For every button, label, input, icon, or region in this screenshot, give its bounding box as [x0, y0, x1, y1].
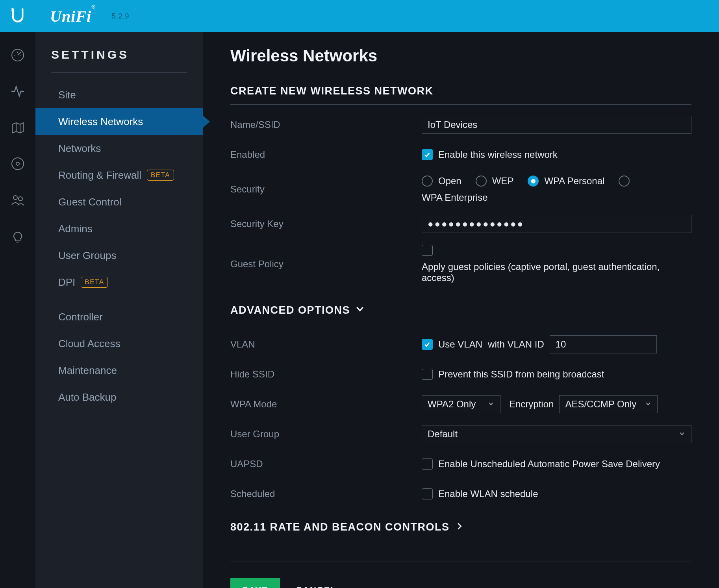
activity-icon[interactable]	[11, 84, 25, 98]
security-wpa-enterprise-radio[interactable]	[619, 176, 630, 187]
sidebar-item-dpi[interactable]: DPIBETA	[35, 269, 203, 296]
sidebar-item-label: Routing & Firewall	[58, 169, 141, 181]
map-icon[interactable]	[11, 120, 25, 135]
security-wpa-personal-label: WPA Personal	[544, 176, 604, 187]
main-content: Wireless Networks CREATE NEW WIRELESS NE…	[203, 32, 719, 588]
scheduled-checkbox[interactable]	[422, 488, 433, 499]
svg-line-3	[18, 52, 21, 55]
svg-point-1	[11, 10, 12, 11]
wpa-mode-select[interactable]: WPA2 Only	[422, 395, 500, 413]
security-key-input[interactable]	[422, 215, 691, 233]
uapsd-label: UAPSD	[230, 459, 422, 470]
enabled-checkbox[interactable]	[422, 149, 433, 160]
sidebar-item-label: Admins	[58, 223, 93, 235]
hide-ssid-label: Hide SSID	[230, 369, 422, 380]
sidebar-item-label: Guest Control	[58, 196, 121, 208]
chevron-right-icon	[455, 521, 464, 533]
vlan-text-b: with VLAN ID	[488, 339, 544, 350]
form-actions: SAVE CANCEL	[230, 578, 691, 588]
svg-point-0	[11, 8, 13, 9]
settings-sidebar: SETTINGS Site Wireless Networks Networks…	[35, 32, 203, 588]
sidebar-item-routing-firewall[interactable]: Routing & FirewallBETA	[35, 162, 203, 189]
settings-heading: SETTINGS	[51, 48, 187, 73]
guest-policy-label: Guest Policy	[230, 259, 422, 270]
sidebar-item-auto-backup[interactable]: Auto Backup	[35, 384, 203, 410]
section-rate-label: 802.11 RATE AND BEACON CONTROLS	[230, 521, 450, 533]
enabled-label: Enabled	[230, 149, 422, 160]
name-ssid-label: Name/SSID	[230, 119, 422, 130]
sidebar-item-admins[interactable]: Admins	[35, 215, 203, 242]
user-group-select[interactable]: Default	[422, 425, 691, 443]
chevron-down-icon	[678, 429, 686, 440]
section-advanced-heading[interactable]: ADVANCED OPTIONS	[230, 304, 691, 324]
create-network-form: Name/SSID Enabled Enable this wireless n…	[230, 116, 691, 283]
sidebar-item-maintenance[interactable]: Maintenance	[35, 357, 203, 384]
icon-rail	[0, 32, 35, 588]
brand-wordmark: UniFi®	[50, 7, 96, 26]
wpa-mode-value: WPA2 Only	[428, 399, 476, 410]
uapsd-checkbox[interactable]	[422, 459, 433, 470]
sidebar-item-user-groups[interactable]: User Groups	[35, 242, 203, 269]
section-rate-heading[interactable]: 802.11 RATE AND BEACON CONTROLS	[230, 521, 691, 562]
hide-ssid-text: Prevent this SSID from being broadcast	[438, 369, 604, 380]
svg-point-11	[13, 196, 17, 200]
sidebar-item-label: User Groups	[58, 250, 116, 262]
cancel-button[interactable]: CANCEL	[296, 585, 337, 588]
sidebar-item-guest-control[interactable]: Guest Control	[35, 189, 203, 215]
sidebar-item-label: Cloud Access	[58, 338, 120, 350]
sidebar-item-label: Networks	[58, 142, 101, 155]
settings-menu: Site Wireless Networks Networks Routing …	[35, 81, 203, 410]
user-group-value: Default	[428, 429, 458, 440]
user-group-label: User Group	[230, 429, 422, 440]
guest-policy-text: Apply guest policies (captive portal, gu…	[422, 261, 691, 283]
hide-ssid-checkbox[interactable]	[422, 369, 433, 380]
devices-icon[interactable]	[11, 157, 25, 171]
chevron-down-icon	[645, 399, 652, 410]
sidebar-item-label: Controller	[58, 311, 103, 323]
security-wpa-enterprise-label: WPA Enterprise	[422, 192, 488, 203]
sidebar-item-cloud-access[interactable]: Cloud Access	[35, 330, 203, 357]
security-wep-radio[interactable]	[476, 176, 487, 187]
vlan-id-input[interactable]	[550, 335, 657, 353]
sidebar-item-label: Wireless Networks	[58, 116, 143, 128]
wpa-mode-label: WPA Mode	[230, 399, 422, 410]
security-label: Security	[230, 184, 422, 195]
beta-badge: BETA	[147, 170, 174, 181]
page-title: Wireless Networks	[230, 46, 691, 65]
separator	[230, 562, 691, 562]
sidebar-item-networks[interactable]: Networks	[35, 135, 203, 162]
section-advanced-label: ADVANCED OPTIONS	[230, 304, 350, 316]
encryption-value: AES/CCMP Only	[565, 399, 636, 410]
save-button[interactable]: SAVE	[230, 578, 280, 588]
security-open-radio[interactable]	[422, 176, 433, 187]
chevron-down-icon	[355, 304, 365, 317]
beta-badge: BETA	[81, 277, 108, 288]
sidebar-item-wireless-networks[interactable]: Wireless Networks	[35, 108, 203, 135]
guest-policy-checkbox[interactable]	[422, 245, 433, 256]
security-open-label: Open	[438, 176, 461, 187]
sidebar-item-label: DPI	[58, 276, 75, 288]
section-create-heading: CREATE NEW WIRELESS NETWORK	[230, 85, 691, 105]
uapsd-text: Enable Unscheduled Automatic Power Save …	[438, 459, 660, 470]
insights-bulb-icon[interactable]	[11, 229, 25, 243]
app-header: UniFi® 5.2.9	[0, 0, 719, 32]
vlan-checkbox[interactable]	[422, 339, 433, 350]
svg-point-9	[12, 158, 24, 170]
name-ssid-input[interactable]	[422, 116, 691, 134]
svg-point-12	[19, 197, 22, 201]
clients-icon[interactable]	[11, 193, 25, 207]
sidebar-item-controller[interactable]: Controller	[35, 303, 203, 330]
sidebar-item-label: Site	[58, 89, 76, 101]
scheduled-label: Scheduled	[230, 488, 422, 499]
sidebar-item-site[interactable]: Site	[35, 81, 203, 108]
security-wpa-personal-radio[interactable]	[528, 176, 539, 187]
security-wep-label: WEP	[492, 176, 514, 187]
chevron-down-icon	[487, 399, 495, 410]
vlan-label: VLAN	[230, 339, 422, 350]
dashboard-gauge-icon[interactable]	[11, 48, 25, 62]
sidebar-item-label: Maintenance	[58, 364, 117, 377]
unifi-u-icon	[9, 7, 26, 25]
version-label: 5.2.9	[112, 12, 130, 20]
encryption-select[interactable]: AES/CCMP Only	[559, 395, 658, 413]
svg-point-10	[16, 162, 19, 165]
